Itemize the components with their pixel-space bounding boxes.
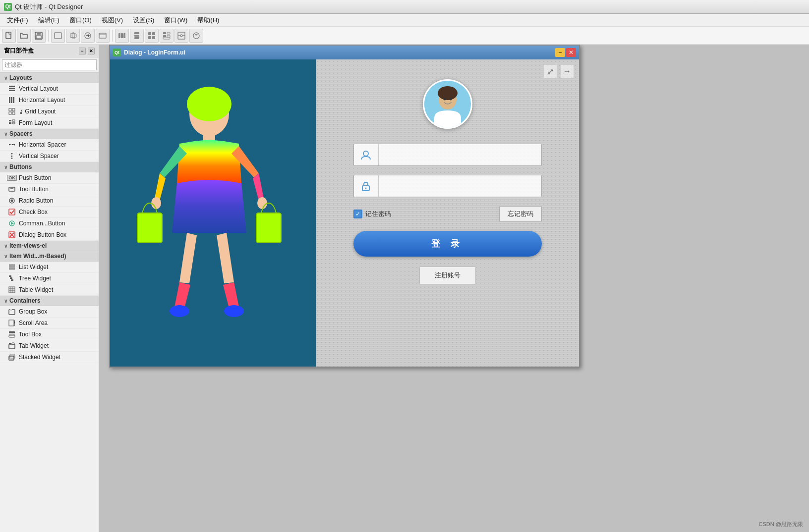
svg-rect-75	[9, 331, 15, 333]
toolbar-save-btn[interactable]	[32, 29, 46, 43]
remember-checkbox[interactable]: ✓	[353, 210, 362, 218]
forgot-password-btn[interactable]: 忘记密码	[499, 206, 542, 222]
svg-rect-51	[9, 187, 15, 191]
menu-window[interactable]: 窗口(O)	[64, 14, 97, 26]
svg-rect-21	[163, 32, 166, 34]
sidebar-item-tab-widget[interactable]: Tab Widget	[0, 340, 99, 352]
sidebar-item-horizontal-spacer[interactable]: Horizontal Spacer	[0, 139, 99, 151]
menu-help[interactable]: 帮助(H)	[192, 14, 224, 26]
avatar-container	[423, 79, 472, 129]
sidebar-item-radio-button[interactable]: Radio Button	[0, 195, 99, 207]
watermark: CSDN @思路无限	[759, 521, 803, 528]
push-button-label: Push Button	[19, 174, 51, 181]
toolbar-zoom-btn[interactable]	[96, 29, 110, 43]
sidebar-item-tree-widget[interactable]: Tree Widget	[0, 273, 99, 284]
sidebar-item-tool-box[interactable]: Tool Box	[0, 329, 99, 340]
sidebar-close-btn[interactable]: ✕	[88, 48, 95, 54]
toolbar-arrow-btn[interactable]	[81, 29, 95, 43]
sidebar-category-spacers[interactable]: Spacers	[0, 129, 99, 139]
toolbar-open-btn[interactable]	[17, 29, 31, 43]
sidebar-minimize-btn[interactable]: −	[79, 48, 86, 54]
svg-point-96	[438, 86, 458, 100]
svg-marker-47	[14, 144, 15, 146]
tab-widget-label: Tab Widget	[19, 342, 49, 349]
tool-box-label: Tool Box	[19, 331, 42, 338]
toolbar-grid-btn[interactable]	[145, 29, 159, 43]
sidebar-item-dialog-button-box[interactable]: Dialog Button Box	[0, 229, 99, 241]
sidebar-item-table-widget[interactable]: Table Widget	[0, 284, 99, 296]
sidebar-item-tool-button[interactable]: Tool Button	[0, 184, 99, 195]
svg-rect-77	[9, 335, 15, 337]
sidebar-filter-container	[0, 57, 99, 73]
remember-password-label[interactable]: ✓ 记住密码	[353, 210, 391, 218]
sidebar-item-list-widget[interactable]: List Widget	[0, 262, 99, 273]
sidebar-category-buttons[interactable]: Buttons	[0, 162, 99, 172]
sidebar-item-push-button[interactable]: OK Push Button	[0, 172, 99, 184]
username-input[interactable]	[379, 144, 541, 165]
svg-point-97	[443, 98, 446, 101]
sidebar: 窗口部件盒 − ✕ Layouts Vertical Layout	[0, 45, 99, 532]
sidebar-item-stacked-widget[interactable]: Stacked Widget	[0, 352, 99, 363]
content-area: Qt Dialog - LoginForm.ui − ✕	[99, 45, 809, 532]
dialog-window: Qt Dialog - LoginForm.ui − ✕	[109, 45, 580, 368]
scroll-area-icon	[8, 319, 16, 327]
table-widget-label: Table Widget	[19, 286, 53, 293]
tree-widget-icon	[8, 274, 16, 282]
sidebar-item-scroll-area[interactable]: Scroll Area	[0, 318, 99, 329]
menu-settings[interactable]: 设置(S)	[128, 14, 159, 26]
toolbar-cut-btn[interactable]	[51, 29, 65, 43]
toolbar-form-btn[interactable]	[160, 29, 173, 43]
sidebar-item-grid-layout[interactable]: ⚷ Grid Layout	[0, 106, 99, 117]
menu-file[interactable]: 文件(F)	[2, 14, 33, 26]
login-button[interactable]: 登 录	[353, 231, 542, 257]
svg-rect-9	[99, 33, 106, 38]
svg-rect-22	[167, 32, 170, 34]
sidebar-item-vertical-layout[interactable]: Vertical Layout	[0, 83, 99, 95]
sidebar-item-check-box[interactable]: Check Box	[0, 207, 99, 218]
sidebar-category-containers[interactable]: Containers	[0, 296, 99, 306]
dialog-close-btn[interactable]: ✕	[566, 48, 576, 57]
password-input[interactable]	[379, 175, 541, 197]
sidebar-header-controls: − ✕	[79, 48, 95, 54]
list-widget-label: List Widget	[19, 264, 48, 270]
svg-rect-13	[123, 33, 125, 38]
svg-rect-41	[9, 120, 11, 121]
svg-rect-61	[9, 275, 11, 277]
svg-rect-16	[134, 37, 139, 39]
user-icon	[354, 144, 379, 165]
menu-view[interactable]: 视图(V)	[97, 14, 128, 26]
toolbar	[0, 27, 809, 45]
sidebar-item-command-button[interactable]: Comman...Button	[0, 218, 99, 229]
scroll-area-label: Scroll Area	[19, 319, 48, 326]
svg-rect-15	[134, 35, 139, 37]
sidebar-item-group-box[interactable]: ▢ Group Box	[0, 306, 99, 318]
toolbar-hlayout-btn[interactable]	[115, 29, 129, 43]
login-action-icon[interactable]: →	[560, 64, 574, 78]
toolbar-break-btn[interactable]	[174, 29, 188, 43]
sidebar-item-horizontal-layout[interactable]: Horizontal Layout	[0, 95, 99, 106]
sidebar-category-item-widgets[interactable]: Item Wid...m-Based)	[0, 251, 99, 262]
group-box-icon: ▢	[8, 308, 16, 316]
dialog-minimize-btn[interactable]: −	[555, 48, 565, 57]
sidebar-filter-input[interactable]	[2, 59, 97, 70]
svg-rect-44	[12, 122, 15, 124]
toolbar-vlayout-btn[interactable]	[130, 29, 144, 43]
sidebar-item-form-layout[interactable]: Form Layout	[0, 117, 99, 129]
containers-label: Containers	[9, 297, 41, 304]
expand-icon[interactable]: ⤢	[543, 64, 557, 78]
sidebar-category-layouts[interactable]: Layouts	[0, 73, 99, 83]
menu-wnd[interactable]: 窗口(W)	[159, 14, 192, 26]
register-button[interactable]: 注册账号	[419, 266, 476, 284]
svg-rect-3	[37, 32, 41, 35]
svg-rect-1	[9, 32, 11, 34]
toolbar-adjust-btn[interactable]	[189, 29, 203, 43]
menu-edit[interactable]: 编辑(E)	[33, 14, 64, 26]
horizontal-layout-label: Horizontal Layout	[19, 97, 65, 104]
sidebar-item-vertical-spacer[interactable]: Vertical Spacer	[0, 151, 99, 162]
sidebar-category-item-views[interactable]: item-views-el	[0, 241, 99, 251]
group-box-label: Group Box	[19, 308, 47, 315]
tool-box-icon	[8, 330, 16, 338]
toolbar-new-btn[interactable]	[2, 29, 16, 43]
toolbar-copy-btn[interactable]	[66, 29, 80, 43]
tool-button-icon	[8, 185, 16, 193]
